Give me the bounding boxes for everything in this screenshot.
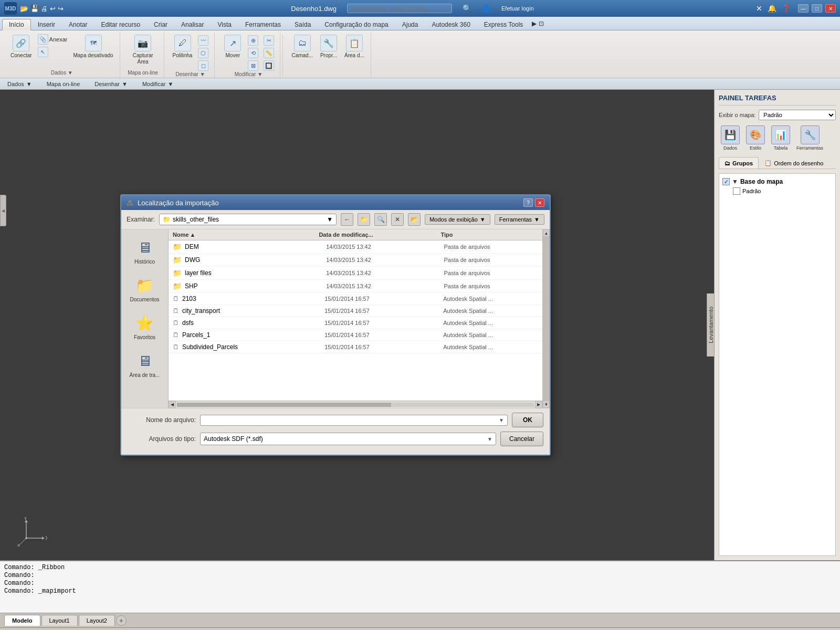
hscroll-thumb[interactable] — [177, 403, 391, 407]
right-vertical-tab[interactable]: Levantamento — [707, 293, 714, 356]
search-input[interactable] — [347, 4, 452, 13]
btn-polilinha[interactable]: 🖊 Polilinha — [171, 34, 195, 60]
btn-tools[interactable]: Ferramentas ▼ — [495, 214, 544, 225]
btn-search[interactable]: 🔍 — [374, 213, 387, 226]
btn-draw3[interactable]: ◻ — [196, 60, 210, 71]
file-row-dwg[interactable]: 📁 DWG 14/03/2015 13:42 Pasta de arquivos — [169, 254, 542, 267]
file-row-parcels[interactable]: 🗒 Parcels_1 15/01/2014 16:57 Autodesk Sp… — [169, 329, 542, 341]
section-dados[interactable]: Dados▼ — [4, 80, 35, 88]
file-row-city-transport[interactable]: 🗒 city_transport 15/01/2014 16:57 Autode… — [169, 305, 542, 317]
tab-modelo[interactable]: Modelo — [4, 615, 40, 626]
btn-mapa-desativado[interactable]: 🗺 Mapa desativado — [71, 34, 115, 60]
filename-input[interactable]: ▼ — [200, 415, 508, 426]
file-row-subdivided[interactable]: 🗒 Subdivided_Parcels 15/01/2014 16:57 Au… — [169, 341, 542, 353]
tab-config-mapa[interactable]: Configuração do mapa — [318, 18, 395, 30]
panel-btn-dados[interactable]: 💾 Dados — [719, 123, 742, 153]
padrao-checkbox[interactable] — [733, 187, 740, 195]
tab-ferramentas[interactable]: Ferramentas — [238, 18, 288, 30]
file-row-dsfs[interactable]: 🗒 dsfs 15/01/2014 16:57 Autodesk Spatial… — [169, 317, 542, 329]
scroll-thumb[interactable] — [543, 237, 550, 401]
tab-vista[interactable]: Vista — [211, 18, 238, 30]
tab-express-tools[interactable]: Express Tools — [477, 18, 530, 30]
scroll-up[interactable]: ▲ — [543, 229, 550, 237]
desenhar-arrow[interactable]: ▼ — [200, 71, 205, 77]
tab-inserir[interactable]: Inserir — [31, 18, 62, 30]
tab-saida[interactable]: Saída — [288, 18, 318, 30]
tab-inicio[interactable]: Início — [2, 19, 31, 30]
btn-views[interactable]: Modos de exibição ▼ — [425, 214, 490, 225]
btn-up[interactable]: 📁 — [358, 213, 370, 226]
btn-draw2[interactable]: ⬡ — [196, 47, 210, 59]
qat-save[interactable]: 💾 — [30, 5, 39, 13]
btn-draw1[interactable]: 〰 — [196, 35, 210, 46]
dialog-hscrollbar[interactable]: ◀ ▶ — [169, 401, 542, 408]
more-tabs-icon[interactable]: ▶ — [532, 20, 537, 27]
place-historico[interactable]: 🖥 Histórico — [125, 234, 165, 267]
tab-ordem-desenho[interactable]: 📋 Ordem do desenho — [759, 157, 829, 169]
tab-autodesk360[interactable]: Autodesk 360 — [425, 18, 477, 30]
user-login[interactable]: Efetuar login — [501, 5, 534, 12]
dialog-close-button[interactable]: ✕ — [535, 198, 544, 207]
col-type[interactable]: Tipo — [440, 232, 538, 238]
btn-mod1[interactable]: ⊕ — [246, 35, 260, 46]
place-favoritos[interactable]: ⭐ Favoritos — [125, 309, 165, 343]
btn-mod4[interactable]: ✂ — [262, 35, 276, 46]
tab-criar[interactable]: Criar — [147, 18, 174, 30]
btn-conectar[interactable]: 🔗 Conectar — [8, 34, 34, 60]
btn-cursor[interactable]: ↖ — [36, 46, 69, 58]
left-panel-toggle[interactable]: ◀ — [0, 195, 6, 226]
section-modificar[interactable]: Modificar▼ — [139, 80, 177, 88]
btn-back[interactable]: ← — [341, 213, 353, 226]
tab-add-button[interactable]: + — [116, 615, 127, 626]
btn-mod5[interactable]: 📏 — [262, 47, 276, 59]
btn-propriedades[interactable]: 🔧 Propr... — [317, 34, 340, 60]
hscroll-right[interactable]: ▶ — [535, 401, 542, 408]
btn-mod2[interactable]: ⟲ — [246, 47, 260, 59]
tab-editar-recurso[interactable]: Editar recurso — [94, 18, 147, 30]
canvas-area[interactable]: X Y ✕ ◀ Levantamento ⚠ Localização d — [0, 90, 714, 560]
section-mapa-online[interactable]: Mapa on-line — [44, 80, 83, 88]
tab-analisar[interactable]: Analisar — [174, 18, 211, 30]
dialog-scrollbar[interactable]: ▲ ▼ — [542, 229, 550, 408]
btn-mover[interactable]: ↗ Mover — [221, 34, 244, 60]
map-display-select[interactable]: Padrão — [759, 110, 836, 120]
btn-delete[interactable]: ✕ — [391, 213, 404, 226]
tree-item-padrao[interactable]: Padrão — [722, 186, 832, 196]
file-row-dem[interactable]: 📁 DEM 14/03/2015 13:42 Pasta de arquivos — [169, 240, 542, 254]
base-mapa-expand[interactable]: ▼ — [732, 178, 738, 185]
qat-redo[interactable]: ↪ — [58, 5, 64, 13]
btn-anexar[interactable]: 📎 Anexar — [36, 34, 69, 45]
btn-camadas[interactable]: 🗂 Camad... — [289, 34, 315, 60]
btn-capturar[interactable]: 📷 CapturarÁrea — [131, 34, 155, 66]
info-icon[interactable]: 🔔 — [768, 4, 776, 13]
panel-btn-estilo[interactable]: 🎨 Estilo — [744, 123, 767, 153]
tab-anotar[interactable]: Anotar — [62, 18, 94, 30]
place-area-trabalho[interactable]: 🖥 Área de tra... — [125, 347, 165, 381]
place-documentos[interactable]: 📁 Documentos — [125, 271, 165, 305]
col-nome[interactable]: Nome ▲ — [173, 232, 319, 238]
btn-mod6[interactable]: 🔲 — [262, 60, 276, 71]
cancel-button[interactable]: Cancelar — [500, 432, 543, 446]
col-date[interactable]: Data de modificaç... — [319, 232, 440, 238]
btn-new-folder[interactable]: 📂 — [408, 213, 421, 226]
scroll-down[interactable]: ▼ — [543, 401, 550, 408]
tab-layout1[interactable]: Layout1 — [41, 615, 78, 626]
qat-print[interactable]: 🖨 — [41, 5, 48, 13]
ribbon-options-icon[interactable]: ⊡ — [539, 20, 544, 27]
hscroll-track[interactable] — [177, 403, 534, 407]
file-list[interactable]: 📁 DEM 14/03/2015 13:42 Pasta de arquivos… — [169, 240, 542, 401]
ok-button[interactable]: OK — [512, 413, 543, 427]
btn-mod3[interactable]: ⊠ — [246, 60, 260, 71]
qat-open[interactable]: 📂 — [20, 5, 28, 13]
panel-btn-ferramentas[interactable]: 🔧 Ferramentas — [794, 123, 825, 153]
tab-grupos[interactable]: 🗂 Grupos — [719, 157, 759, 169]
section-desenhar[interactable]: Desenhar▼ — [91, 80, 131, 88]
file-row-shp[interactable]: 📁 SHP 14/03/2015 13:42 Pasta de arquivos — [169, 280, 542, 293]
btn-area[interactable]: 📋 Área d... — [342, 34, 366, 60]
hscroll-left[interactable]: ◀ — [169, 401, 176, 408]
dados-arrow[interactable]: ▼ — [68, 70, 73, 76]
filetype-select[interactable]: Autodesk SDF (*.sdf) ▼ — [200, 433, 496, 445]
file-row-2103[interactable]: 🗒 2103 15/01/2014 16:57 Autodesk Spatial… — [169, 293, 542, 305]
base-mapa-checkbox[interactable]: ✓ — [722, 178, 730, 185]
help-icon[interactable]: ❓ — [782, 4, 791, 13]
